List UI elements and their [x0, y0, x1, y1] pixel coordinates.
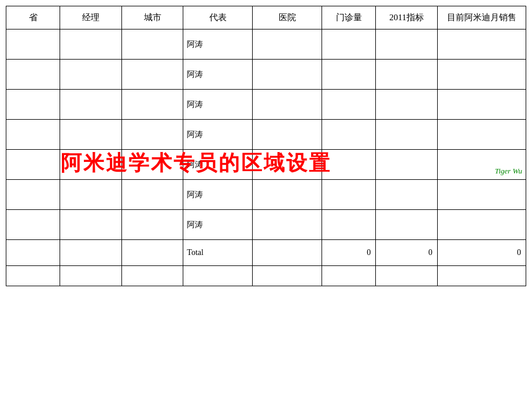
- table-wrapper: 省 经理 城市 代表 医院 门诊量 2011指标 目前阿米迪月销售 阿涛: [6, 6, 526, 286]
- total-hospital-cell: [253, 240, 322, 266]
- target-cell: [376, 150, 438, 180]
- manager-cell: [60, 120, 122, 150]
- city-cell: [121, 210, 183, 240]
- rep-cell: 阿涛: [183, 90, 253, 120]
- table-row: 阿涛: [6, 60, 526, 90]
- visits-cell: [322, 210, 376, 240]
- empty-cell: [376, 266, 438, 286]
- page-container: 省 经理 城市 代表 医院 门诊量 2011指标 目前阿米迪月销售 阿涛: [0, 0, 532, 399]
- city-cell: [121, 180, 183, 210]
- empty-cell: [60, 266, 122, 286]
- col-header-visits: 门诊量: [322, 6, 376, 29]
- visits-cell: [322, 90, 376, 120]
- col-header-sales: 目前阿米迪月销售: [437, 6, 526, 29]
- table-row: 阿涛: [6, 120, 526, 150]
- header-row: 省 经理 城市 代表 医院 门诊量 2011指标 目前阿米迪月销售: [6, 6, 526, 29]
- total-visits-cell: 0: [322, 240, 376, 266]
- col-header-city: 城市: [121, 6, 183, 29]
- target-cell: [376, 210, 438, 240]
- city-cell: [121, 60, 183, 90]
- empty-cell: [6, 266, 60, 286]
- hospital-cell: [253, 210, 322, 240]
- manager-cell: [60, 90, 122, 120]
- target-cell: [376, 180, 438, 210]
- target-cell: [376, 29, 438, 60]
- total-sales-cell: 0: [437, 240, 526, 266]
- target-cell: [376, 60, 438, 90]
- table-row: 阿涛: [6, 29, 526, 60]
- hospital-cell: [253, 180, 322, 210]
- manager-cell: [60, 180, 122, 210]
- empty-cell: [322, 266, 376, 286]
- tiger-wu-label: Tiger Wu: [495, 167, 522, 176]
- col-header-manager: 经理: [60, 6, 122, 29]
- province-cell: [6, 180, 60, 210]
- manager-cell: [60, 29, 122, 60]
- rep-cell: 阿涛: [183, 210, 253, 240]
- rep-cell: 阿涛: [183, 180, 253, 210]
- total-label-cell: Total: [183, 240, 253, 266]
- empty-cell: [183, 266, 253, 286]
- table-row: 阿涛: [6, 180, 526, 210]
- table-row: 阿涛: [6, 90, 526, 120]
- sales-cell: [437, 60, 526, 90]
- col-header-target: 2011指标: [376, 6, 438, 29]
- rep-cell: 阿涛: [183, 29, 253, 60]
- empty-cell: [121, 266, 183, 286]
- empty-cell: [253, 266, 322, 286]
- target-cell: [376, 90, 438, 120]
- province-cell: [6, 210, 60, 240]
- main-table: 省 经理 城市 代表 医院 门诊量 2011指标 目前阿米迪月销售 阿涛: [6, 6, 526, 286]
- city-cell: [121, 29, 183, 60]
- sales-cell: [437, 29, 526, 60]
- total-province-cell: [6, 240, 60, 266]
- total-city-cell: [121, 240, 183, 266]
- province-cell: [6, 150, 60, 180]
- province-cell: [6, 90, 60, 120]
- sales-cell: [437, 210, 526, 240]
- col-header-rep: 代表: [183, 6, 253, 29]
- province-cell: [6, 60, 60, 90]
- total-row: Total 0 0 0: [6, 240, 526, 266]
- visits-cell: [322, 180, 376, 210]
- hospital-cell: [253, 60, 322, 90]
- sales-cell: [437, 90, 526, 120]
- sales-cell tiger-cell: Tiger Wu: [437, 150, 526, 180]
- sales-cell: [437, 120, 526, 150]
- province-cell: [6, 29, 60, 60]
- manager-cell: [60, 60, 122, 90]
- visits-cell: [322, 29, 376, 60]
- empty-bottom-row: [6, 266, 526, 286]
- manager-cell: [60, 210, 122, 240]
- visits-cell: [322, 120, 376, 150]
- table-row: 阿涛: [6, 210, 526, 240]
- hospital-cell: [253, 90, 322, 120]
- sales-cell: [437, 180, 526, 210]
- overlay-text: 阿米迪学术专员的区域设置: [61, 149, 331, 178]
- city-cell: [121, 90, 183, 120]
- rep-cell: 阿涛: [183, 120, 253, 150]
- col-header-hospital: 医院: [253, 6, 322, 29]
- empty-cell: [437, 266, 526, 286]
- target-cell: [376, 120, 438, 150]
- city-cell: [121, 120, 183, 150]
- hospital-cell: [253, 29, 322, 60]
- province-cell: [6, 120, 60, 150]
- visits-cell: [322, 60, 376, 90]
- col-header-province: 省: [6, 6, 60, 29]
- hospital-cell: [253, 120, 322, 150]
- rep-cell: 阿涛: [183, 60, 253, 90]
- total-target-cell: 0: [376, 240, 438, 266]
- total-manager-cell: [60, 240, 122, 266]
